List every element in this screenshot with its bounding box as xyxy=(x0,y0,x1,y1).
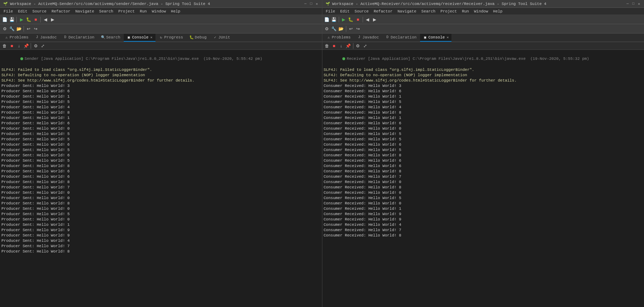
right-new-btn[interactable]: 📄 xyxy=(324,16,330,23)
right-console-output[interactable]: Receiver [Java Application] C:\Program F… xyxy=(322,50,644,307)
right-close-btn[interactable]: ✕ xyxy=(637,2,641,6)
left-save-btn[interactable]: 💾 xyxy=(9,16,15,23)
left-console-clear-btn[interactable]: 🗑 xyxy=(1,43,8,49)
right-menu-search[interactable]: Search xyxy=(419,9,438,14)
list-item: Producer Sent: Hello World! 0 xyxy=(1,196,321,201)
left-tab-junit[interactable]: ✓ JUnit xyxy=(210,34,233,42)
right-console-clear-btn[interactable]: 🗑 xyxy=(324,43,330,49)
right-menu-window[interactable]: Window xyxy=(472,9,490,14)
list-item: Consumer Received: Hello World! 5 xyxy=(324,99,643,105)
left-run-btn[interactable]: ▶ xyxy=(18,16,25,23)
right-tab-console[interactable]: ▣ Console ✕ xyxy=(420,34,451,42)
left-stop-btn[interactable]: ■ xyxy=(32,16,39,23)
list-item: SLF4J: Defaulting to no-operation (NOP) … xyxy=(1,73,321,78)
left-console-pin-btn[interactable]: 📌 xyxy=(23,43,29,49)
right-save-btn[interactable]: 💾 xyxy=(331,16,337,23)
right-menu-edit[interactable]: Edit xyxy=(338,9,352,14)
right-tb2-btn2[interactable]: 🔧 xyxy=(331,26,337,32)
right-tab-problems[interactable]: ⚠ Problems xyxy=(324,34,354,42)
left-tb2-btn5[interactable]: ↪ xyxy=(32,26,39,32)
right-stop-btn[interactable]: ■ xyxy=(355,16,361,23)
right-debug-btn[interactable]: 🐛 xyxy=(348,16,354,23)
list-item: Consumer Received: Hello World! 7 xyxy=(324,174,643,179)
left-menu-source[interactable]: Source xyxy=(30,9,49,14)
left-tb2-btn2[interactable]: 🔧 xyxy=(9,26,15,32)
right-console-scroll-btn[interactable]: ↓ xyxy=(338,43,344,49)
right-minimize-btn[interactable]: — xyxy=(625,2,630,6)
right-console-close[interactable]: ✕ xyxy=(446,35,449,40)
left-tb2-btn1[interactable]: ⚙ xyxy=(1,26,8,32)
left-console-stop-btn[interactable]: ■ xyxy=(9,43,15,49)
right-win-controls[interactable]: — □ ✕ xyxy=(625,2,641,6)
left-close-btn[interactable]: ✕ xyxy=(315,2,319,6)
right-console-pin-btn[interactable]: 📌 xyxy=(345,43,352,49)
right-menu-project[interactable]: Project xyxy=(438,9,459,14)
left-menu-project[interactable]: Project xyxy=(116,9,137,14)
left-console-icon: ▣ xyxy=(127,35,131,40)
left-tab-problems[interactable]: ⚠ Problems xyxy=(1,34,31,42)
left-menu-refactor[interactable]: Refactor xyxy=(49,9,72,14)
left-debug-btn[interactable]: 🐛 xyxy=(25,16,32,23)
left-console-settings-btn[interactable]: ⚙ xyxy=(32,43,39,49)
left-tab-progress[interactable]: ↻ Progress xyxy=(156,34,186,42)
list-item: Producer Sent: Hello World! 1 xyxy=(1,115,321,121)
left-tab-debug[interactable]: 🐛 Debug xyxy=(186,34,209,42)
left-new-btn[interactable]: 📄 xyxy=(1,16,8,23)
left-maximize-btn[interactable]: □ xyxy=(309,2,313,6)
right-tb2-btn3[interactable]: 📂 xyxy=(338,26,344,32)
list-item: Consumer Received: Hello World! 1 xyxy=(324,115,643,121)
right-tb2-btn4[interactable]: ↩ xyxy=(348,26,354,32)
left-tab-declaration[interactable]: D Declaration xyxy=(60,34,97,42)
list-item: Producer Sent: Hello World! 6 xyxy=(1,89,321,94)
left-menu-search[interactable]: Search xyxy=(97,9,116,14)
right-menu-source[interactable]: Source xyxy=(352,9,371,14)
right-menu-file[interactable]: File xyxy=(324,9,337,14)
left-console-expand-btn[interactable]: ⤢ xyxy=(40,43,46,49)
right-menu-run[interactable]: Run xyxy=(460,9,471,14)
list-item: Consumer Received: Hello World! 6 xyxy=(324,163,643,169)
left-menu-help[interactable]: Help xyxy=(169,9,182,14)
left-tab-search[interactable]: 🔍 Search xyxy=(98,34,123,42)
left-console-close[interactable]: ✕ xyxy=(150,35,152,40)
left-fwd-btn[interactable]: ▶ xyxy=(49,16,56,23)
right-menu-help[interactable]: Help xyxy=(491,9,505,14)
right-tab-console-label: Console xyxy=(428,35,445,40)
list-item: Consumer Received: Hello World! 6 xyxy=(324,142,643,147)
left-tb2-btn3[interactable]: 📂 xyxy=(16,26,22,32)
left-menu-window[interactable]: Window xyxy=(150,9,168,14)
left-javadoc-icon: J xyxy=(35,35,39,40)
right-menu-refactor[interactable]: Refactor xyxy=(372,9,395,14)
left-minimize-btn[interactable]: — xyxy=(303,2,307,6)
left-back-btn[interactable]: ◀ xyxy=(42,16,48,23)
right-back-btn[interactable]: ◀ xyxy=(364,16,371,23)
left-tb2-btn4[interactable]: ↩ xyxy=(25,26,32,32)
left-search-icon: 🔍 xyxy=(101,35,105,40)
left-menu-file[interactable]: File xyxy=(1,9,15,14)
left-console-header: Sender [Java Application] C:\Program Fil… xyxy=(1,51,321,67)
left-win-controls[interactable]: — □ ✕ xyxy=(303,2,319,6)
right-console-stop-btn[interactable]: ■ xyxy=(331,43,337,49)
list-item: Producer Sent: Hello World! 0 xyxy=(1,217,321,222)
right-console-expand-btn[interactable]: ⤢ xyxy=(362,43,368,49)
right-toolbar2-sep1 xyxy=(346,26,346,32)
left-tab-javadoc[interactable]: J Javadoc xyxy=(32,34,60,42)
left-menu-run[interactable]: Run xyxy=(138,9,149,14)
left-console-output[interactable]: Sender [Java Application] C:\Program Fil… xyxy=(0,50,322,307)
left-menu-edit[interactable]: Edit xyxy=(16,9,29,14)
left-menu-navigate[interactable]: Navigate xyxy=(73,9,96,14)
left-tab-progress-label: Progress xyxy=(164,35,183,40)
right-console-header: Receiver [Java Application] C:\Program F… xyxy=(324,51,643,67)
list-item: Producer Sent: Hello World! 0 xyxy=(1,190,321,196)
right-run-btn[interactable]: ▶ xyxy=(341,16,347,23)
right-tab-javadoc[interactable]: J Javadoc xyxy=(354,34,382,42)
right-fwd-btn[interactable]: ▶ xyxy=(372,16,378,23)
right-tb2-btn5[interactable]: ↪ xyxy=(355,26,361,32)
left-tab-console[interactable]: ▣ Console ✕ xyxy=(124,34,155,42)
right-console-settings-btn[interactable]: ⚙ xyxy=(355,43,361,49)
right-tb2-btn1[interactable]: ⚙ xyxy=(324,26,330,32)
list-item: Consumer Received: Hello World! 8 xyxy=(324,233,643,238)
right-maximize-btn[interactable]: □ xyxy=(631,2,635,6)
right-menu-navigate[interactable]: Navigate xyxy=(395,9,419,14)
left-console-scroll-btn[interactable]: ↓ xyxy=(16,43,22,49)
right-tab-declaration[interactable]: D Declaration xyxy=(383,34,420,42)
